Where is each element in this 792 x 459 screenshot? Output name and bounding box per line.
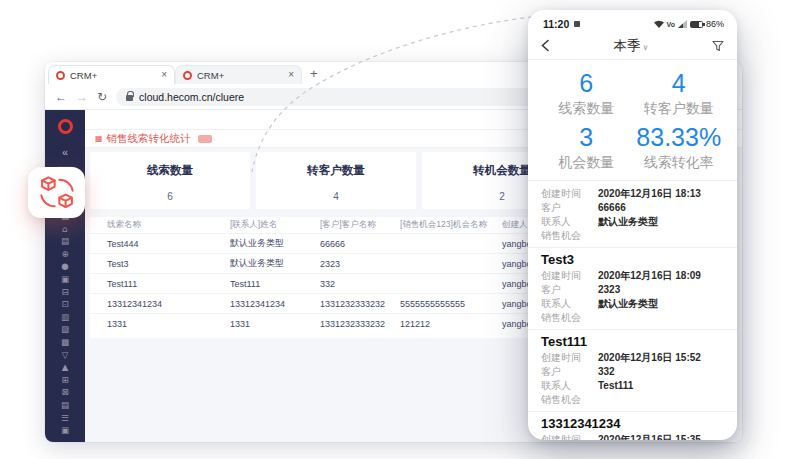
lead-title: 13312341234 <box>541 416 724 431</box>
stat-label: 线索数量 <box>540 98 633 118</box>
cell: Test111 <box>107 279 230 289</box>
column-header: 线索名称 <box>107 219 230 231</box>
cell: 1331232333232 <box>320 319 400 329</box>
stat-card-value: 4 <box>256 191 416 202</box>
stat-value: 4 <box>633 68 726 98</box>
cell: 1331 <box>230 319 320 329</box>
battery-percent: 86% <box>706 19 724 29</box>
stat-label: 转客户数量 <box>633 98 726 118</box>
tab-close-icon[interactable]: × <box>161 70 167 80</box>
cell: 13312341234 <box>230 299 320 309</box>
cell: 2323 <box>320 259 400 269</box>
field-value: 2020年12月16日 18:09 <box>598 269 701 283</box>
cell: Test444 <box>107 239 230 249</box>
page-title: 销售线索转化统计 <box>107 132 191 146</box>
cell: 66666 <box>320 239 400 249</box>
stat-value: 83.33% <box>633 122 726 152</box>
cell: 121212 <box>400 319 502 329</box>
column-header: [客户]客户名称 <box>320 219 400 231</box>
field-label: 联系人 <box>541 215 598 229</box>
clock-text: 11:20 <box>543 18 569 30</box>
url-text: cloud.hecom.cn/cluere <box>139 91 244 103</box>
hecom-logo-icon[interactable] <box>58 119 73 134</box>
chevron-down-icon: ∨ <box>643 43 649 52</box>
padlock-icon <box>126 95 133 101</box>
list-item[interactable]: 创建时间2020年12月16日 18:13 客户66666 联系人默认业务类型 … <box>541 187 724 243</box>
list-item[interactable]: Test111 创建时间2020年12月16日 15:52 客户332 联系人T… <box>541 334 724 407</box>
section-divider <box>528 180 737 181</box>
field-label: 客户 <box>541 201 598 215</box>
stat-customers: 4 转客户数量 <box>633 68 726 118</box>
stat-conversion-rate: 83.33% 线索转化率 <box>633 122 726 172</box>
period-label: 本季 <box>614 38 641 53</box>
back-icon[interactable]: ← <box>55 91 67 103</box>
field-value: 2020年12月16日 15:35 <box>598 433 701 440</box>
browser-tab-2[interactable]: CRM+ × <box>175 65 302 84</box>
signal-icon <box>678 20 687 28</box>
filter-icon[interactable] <box>712 40 724 52</box>
back-chevron-icon[interactable] <box>541 39 550 52</box>
sync-logo-badge <box>28 167 85 218</box>
report-icon: ▦ <box>95 135 103 143</box>
cell: 默认业务类型 <box>230 237 320 250</box>
page-tab-badge <box>198 135 212 143</box>
stat-label: 线索转化率 <box>633 152 726 172</box>
field-label: 客户 <box>541 365 598 379</box>
stat-card-customers: 转客户数量 4 <box>256 152 416 209</box>
field-value: 2020年12月16日 18:13 <box>598 187 701 201</box>
field-value: 2323 <box>598 283 620 297</box>
phone-stats-grid: 6 线索数量 4 转客户数量 3 机会数量 83.33% 线索转化率 <box>528 60 737 180</box>
wifi-icon <box>654 20 664 28</box>
browser-tab-1[interactable]: CRM+ × <box>48 65 175 84</box>
forward-icon[interactable]: → <box>76 91 88 103</box>
stat-label: 机会数量 <box>540 152 633 172</box>
field-label: 客户 <box>541 283 598 297</box>
stat-leads: 6 线索数量 <box>540 68 633 118</box>
field-label: 创建时间 <box>541 187 598 201</box>
field-label: 销售机会 <box>541 393 598 407</box>
lead-title: Test3 <box>541 252 724 267</box>
list-divider <box>528 247 737 248</box>
lead-title: Test111 <box>541 334 724 349</box>
list-divider <box>528 329 737 330</box>
sidebar-icon-column[interactable]: ▦ ⌂ ▤ ⊕ ● ▣ ⊟ ⊡ ▥ ▨ ▩ ▽ ▲ ⊞ ⊠ ▤ ☰ ▣ <box>45 210 85 437</box>
phone-status-bar: 11:20 Vo 86% <box>528 10 737 32</box>
site-favicon-icon <box>183 71 192 80</box>
period-selector[interactable]: 本季∨ <box>550 37 712 55</box>
list-divider <box>528 411 737 412</box>
list-item[interactable]: 13312341234 创建时间2020年12月16日 15:35 <box>541 416 724 440</box>
column-header: [销售机会123]机会名称 <box>400 219 502 231</box>
field-label: 创建时间 <box>541 269 598 283</box>
tab-label: CRM+ <box>70 70 156 81</box>
stat-card-label: 线索数量 <box>90 152 250 178</box>
stat-card-value: 6 <box>90 191 250 202</box>
tab-label: CRM+ <box>197 70 283 81</box>
cell: 332 <box>320 279 400 289</box>
reload-icon[interactable]: ↻ <box>97 91 107 103</box>
notification-icon <box>574 21 580 27</box>
stat-opportunities: 3 机会数量 <box>540 122 633 172</box>
field-label: 创建时间 <box>541 433 598 440</box>
page-tab[interactable]: ▦ 销售线索转化统计 <box>95 132 212 146</box>
stat-value: 6 <box>540 68 633 98</box>
field-value: 2020年12月16日 15:52 <box>598 351 701 365</box>
field-value: 66666 <box>598 201 626 215</box>
collapse-sidebar-icon[interactable]: « <box>45 146 85 158</box>
cell: Test3 <box>107 259 230 269</box>
cell: 5555555555555 <box>400 299 502 309</box>
battery-icon <box>690 21 703 28</box>
field-value: 默认业务类型 <box>598 297 658 311</box>
cell: Test111 <box>230 279 320 289</box>
cell: 1331 <box>107 319 230 329</box>
list-item[interactable]: Test3 创建时间2020年12月16日 18:09 客户2323 联系人默认… <box>541 252 724 325</box>
cell: 13312341234 <box>107 299 230 309</box>
cell: 1331232333232 <box>320 299 400 309</box>
cell: 默认业务类型 <box>230 257 320 270</box>
phone-lead-list: 创建时间2020年12月16日 18:13 客户66666 联系人默认业务类型 … <box>528 187 737 440</box>
volte-icon: Vo <box>667 21 675 28</box>
field-label: 销售机会 <box>541 229 598 243</box>
field-value: 默认业务类型 <box>598 215 658 229</box>
new-tab-button[interactable]: + <box>310 66 318 81</box>
tab-close-icon[interactable]: × <box>288 70 294 80</box>
field-label: 联系人 <box>541 379 598 393</box>
